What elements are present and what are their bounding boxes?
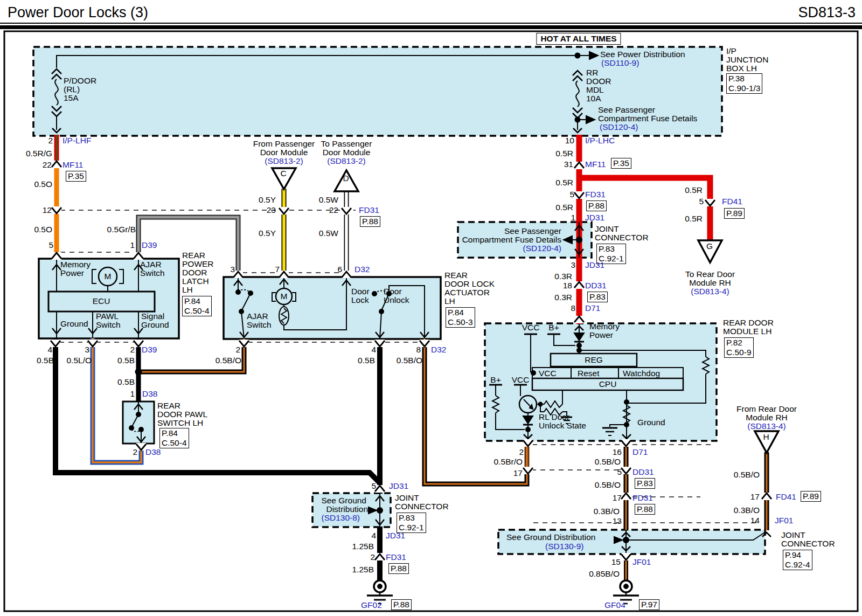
fuse-pdoor-rating: 15A	[64, 93, 79, 103]
wire-label: 0.3R	[554, 272, 572, 281]
wire-label: 0.5Y	[259, 195, 276, 205]
wire-label: 0.5O	[34, 179, 52, 189]
to-passenger-ref[interactable]: (SD813-2)	[327, 156, 366, 166]
connector-label-jf01: JF01	[632, 557, 651, 567]
connector-label-d38: D38	[142, 389, 157, 399]
pin-label: 23	[267, 205, 276, 215]
connector-label-d71: D71	[632, 447, 648, 457]
latch-ajar-label: Switch	[140, 268, 165, 278]
wire-label: 0.5W	[319, 195, 338, 205]
junction-dot	[135, 369, 142, 376]
reset-cell-label: Reset	[578, 369, 600, 378]
pin-label: 18	[563, 281, 572, 290]
see-fuse-ref[interactable]: (SD120-4)	[523, 244, 562, 253]
latch-title: LH	[182, 285, 193, 295]
from-passenger-ref[interactable]: (SD813-2)	[265, 156, 303, 166]
door-lock-label: Lock	[351, 295, 369, 305]
pin-label: 8	[416, 345, 421, 355]
wire-label: 0.5B/O	[595, 480, 621, 490]
wire-label: 0.5B/O	[734, 470, 760, 480]
connector-label-d32: D32	[354, 265, 370, 274]
bplus-label: B+	[548, 323, 559, 333]
pin-label: 17	[750, 492, 760, 502]
wire-label: 0.5R	[555, 203, 573, 212]
page-ref: P.83	[635, 478, 655, 489]
vcc-label: VCC	[512, 375, 530, 385]
vcc-cell-label: VCC	[539, 369, 557, 378]
pin-label: 5	[699, 197, 704, 206]
module-page-ref: P.82C.50-9	[724, 337, 754, 358]
see-ground-ref[interactable]: (SD130-8)	[322, 513, 360, 523]
connector-label-fd41: FD41	[722, 197, 742, 206]
pin-label: 5	[569, 190, 574, 199]
wire-label: 0.85B/O	[589, 569, 620, 579]
latch-pawl-label: Switch	[96, 320, 121, 330]
page-ref: P.97	[639, 599, 659, 610]
see-ground-note: See Ground Distribution	[506, 532, 595, 542]
wire-05bo-ajar	[138, 338, 244, 372]
pin-label: 10	[565, 136, 574, 146]
connector-label-dd31: DD31	[585, 281, 607, 290]
latch-memory-power-label: Power	[60, 268, 84, 278]
pin-label: 6	[337, 265, 342, 274]
wire-label: 0.5B	[117, 356, 135, 365]
connector-label-jf01: JF01	[775, 516, 793, 525]
from-rear-door-ref[interactable]: (SD813-4)	[747, 421, 786, 431]
pin-label: 12	[43, 205, 52, 215]
connector-label-d71: D71	[585, 303, 600, 313]
page-ref: P.35	[66, 171, 86, 182]
actuator-page-ref: P.84C.50-3	[446, 307, 475, 328]
joint-connector-title: CONNECTOR	[395, 502, 449, 511]
connector-label-d32: D32	[431, 345, 446, 355]
connector-label-jd31: JD31	[386, 531, 405, 541]
wire-label: 0.3B/O	[594, 507, 620, 516]
pin-label: 22	[43, 160, 52, 170]
see-fuse-details-ref[interactable]: (SD120-4)	[600, 122, 638, 132]
pin-label: 2	[519, 447, 524, 457]
wire-label: 0.5Br/O	[494, 457, 523, 467]
latch-signal-ground-label: Ground	[141, 320, 169, 330]
hot-at-all-times-badge: HOT AT ALL TIMES	[536, 33, 621, 45]
wire-label: 0.5W	[319, 229, 338, 238]
wire-label: 0.5B/O	[397, 356, 422, 365]
connector-label-fd31: FD31	[585, 190, 606, 199]
pin-label: 2	[235, 345, 240, 355]
see-power-distribution-ref[interactable]: (SD110-9)	[601, 58, 639, 68]
wire-label: 1.25B	[352, 565, 374, 575]
pin-label: 5	[617, 467, 622, 477]
pin-label: 5	[48, 240, 53, 250]
ground-label-gf02: GF02	[361, 600, 382, 610]
connector-label-jd31: JD31	[585, 213, 604, 223]
wire-label: 0.5O	[34, 225, 52, 234]
pin-label: 17	[513, 468, 523, 478]
pin-label: 2	[130, 345, 135, 355]
connector-label-d39: D39	[142, 240, 157, 250]
page-code: SD813-3	[798, 4, 856, 21]
junction-box-name: BOX LH	[726, 64, 757, 73]
connector-label-fd31: FD31	[632, 493, 653, 503]
triangle-c-letter: C	[280, 169, 286, 178]
page-ref: P.88	[391, 599, 412, 610]
to-rear-door-ref[interactable]: (SD813-4)	[691, 287, 729, 296]
pin-label: 7	[275, 265, 280, 274]
connector-label-fd31: FD31	[359, 205, 379, 215]
connector-label-ip-lhc: I/P-LHC	[585, 136, 615, 146]
pin-label: 2	[48, 136, 53, 146]
triangle-g-letter: G	[706, 241, 713, 251]
pin-label: 22	[329, 205, 338, 215]
module-ground-label: Ground	[637, 418, 665, 427]
see-ground-ref[interactable]: (SD130-9)	[545, 542, 584, 551]
wire-label: 0.5R	[685, 185, 703, 195]
joint-connector-page-ref: P.94C.92-4	[783, 550, 812, 570]
wire-label: 0.5L/O	[66, 356, 92, 365]
wire-label: 0.5B/O	[215, 356, 241, 365]
pin-label: 16	[613, 447, 622, 457]
page-ref: P.88	[388, 563, 409, 574]
cpu-label: CPU	[599, 379, 617, 389]
pin-label: 13	[613, 516, 622, 526]
page-ref: P.83	[587, 292, 608, 302]
motor-label: M	[105, 272, 112, 281]
pin-label: 2	[133, 447, 137, 457]
wire-label: 0.3B/O	[734, 506, 760, 515]
pin-label: 14	[750, 516, 760, 525]
